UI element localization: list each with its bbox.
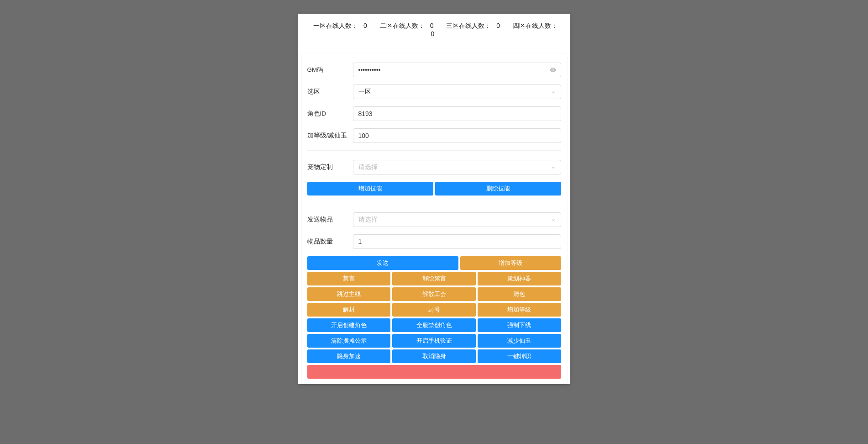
- force-offline-button[interactable]: 强制下线: [478, 318, 561, 332]
- divider: [307, 203, 561, 203]
- zone1-label: 一区在线人数：: [313, 22, 358, 29]
- global-nocreate-button[interactable]: 全服禁创角色: [392, 318, 476, 332]
- divider: [307, 150, 561, 151]
- reduce-xianyu-button[interactable]: 减少仙玉: [478, 334, 561, 348]
- level-input[interactable]: [353, 128, 561, 143]
- item-qty-input[interactable]: [353, 234, 561, 249]
- zone3-value: 0: [496, 22, 500, 29]
- open-create-button[interactable]: 开启创建角色: [307, 318, 391, 332]
- add-level-button[interactable]: 增加等级: [460, 256, 561, 270]
- level-label: 加等级/减仙玉: [307, 132, 353, 140]
- unmute-button[interactable]: 解除禁言: [392, 272, 476, 285]
- eye-icon[interactable]: [549, 66, 557, 74]
- item-qty-label: 物品数量: [307, 238, 353, 246]
- unseal-button[interactable]: 解封: [307, 303, 391, 317]
- delete-skill-button[interactable]: 删除技能: [435, 182, 561, 196]
- clear-bag-button[interactable]: 清包: [478, 287, 561, 301]
- seal-button[interactable]: 封号: [392, 303, 476, 317]
- zone-select[interactable]: 一区: [353, 85, 561, 99]
- zone2-value: 0: [430, 22, 434, 29]
- one-click-job-button[interactable]: 一键转职: [478, 349, 561, 363]
- clear-display-button[interactable]: 清除摆摊公示: [307, 334, 391, 348]
- zone-select-value: 一区: [358, 88, 371, 96]
- send-item-label: 发送物品: [307, 216, 353, 224]
- stealth-speed-button[interactable]: 隐身加速: [307, 349, 391, 363]
- gm-code-label: GM码: [307, 66, 353, 74]
- chevron-down-icon: [551, 89, 556, 95]
- zone4-label: 四区在线人数：: [513, 22, 558, 29]
- send-item-select[interactable]: 请选择: [353, 212, 561, 227]
- zone4-value: 0: [431, 30, 435, 37]
- zone-label: 选区: [307, 88, 353, 96]
- add-skill-button[interactable]: 增加技能: [307, 182, 433, 196]
- send-item-placeholder: 请选择: [358, 216, 378, 224]
- mute-button[interactable]: 禁言: [307, 272, 391, 285]
- zone1-value: 0: [363, 22, 367, 29]
- open-phone-button[interactable]: 开启手机验证: [392, 334, 476, 348]
- pet-select-placeholder: 请选择: [358, 163, 378, 171]
- skip-main-button[interactable]: 跳过主线: [307, 287, 391, 301]
- disband-guild-button[interactable]: 解散工会: [392, 287, 476, 301]
- cancel-stealth-button[interactable]: 取消隐身: [392, 349, 476, 363]
- zone3-label: 三区在线人数：: [446, 22, 491, 29]
- plan-artifact-button[interactable]: 策划神器: [478, 272, 561, 285]
- pet-label: 宠物定制: [307, 163, 353, 171]
- pet-select[interactable]: 请选择: [353, 160, 561, 174]
- chevron-down-icon: [551, 217, 556, 222]
- role-id-input[interactable]: [353, 106, 561, 121]
- online-stats-bar: 一区在线人数：0 二区在线人数：0 三区在线人数：0 四区在线人数：0: [298, 14, 570, 46]
- send-button[interactable]: 发送: [307, 256, 458, 270]
- gm-code-input[interactable]: [353, 63, 561, 77]
- role-id-label: 角色ID: [307, 110, 353, 118]
- form-card: GM码 选区 一区 角色ID: [302, 53, 567, 384]
- red-action-bar[interactable]: [307, 365, 561, 379]
- chevron-down-icon: [551, 164, 556, 170]
- admin-panel: 一区在线人数：0 二区在线人数：0 三区在线人数：0 四区在线人数：0 GM码 …: [298, 14, 570, 384]
- zone2-label: 二区在线人数：: [380, 22, 425, 29]
- add-level2-button[interactable]: 增加等级: [478, 303, 561, 317]
